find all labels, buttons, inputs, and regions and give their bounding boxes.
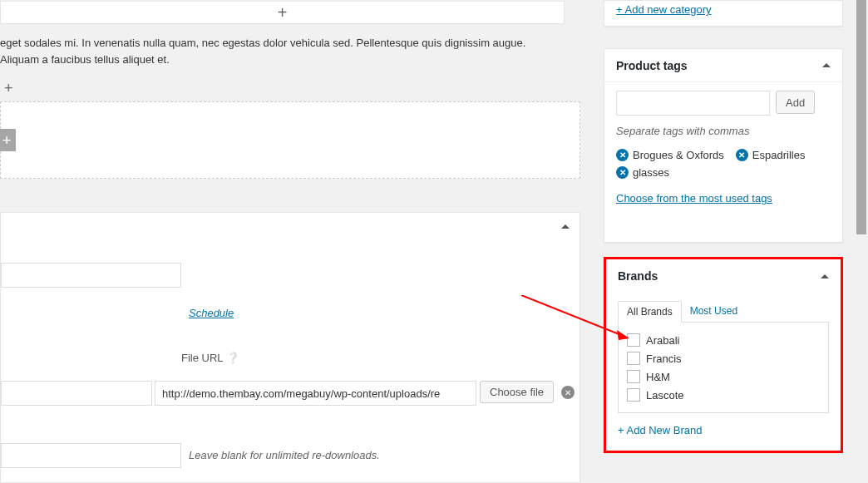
- brand-checkbox[interactable]: [627, 333, 640, 347]
- tags-hint: Separate tags with commas: [616, 125, 831, 137]
- category-panel: + Add new category: [604, 0, 843, 27]
- add-element-button[interactable]: +: [0, 129, 16, 151]
- panel-toggle-icon[interactable]: [561, 224, 570, 229]
- brand-item-label: Lascote: [646, 389, 684, 402]
- file-url-label: File URL ❔: [181, 352, 239, 364]
- tag-chip-label: Brogues & Oxfords: [633, 149, 724, 161]
- brand-item: Francis: [627, 349, 820, 367]
- download-limit-hint: Leave blank for unlimited re-downloads.: [189, 449, 380, 461]
- collapse-icon[interactable]: [821, 274, 829, 278]
- tag-chip: ✕ Espadrilles: [736, 149, 806, 161]
- form-panel: Schedule File URL ❔ Choose file ✕ Leave …: [0, 212, 580, 483]
- product-tags-box: Product tags Add Separate tags with comm…: [604, 48, 843, 243]
- collapse-icon[interactable]: [822, 63, 831, 67]
- schedule-link[interactable]: Schedule: [189, 307, 234, 319]
- choose-most-used-link[interactable]: Choose from the most used tags: [616, 192, 772, 205]
- plus-icon-small[interactable]: +: [4, 80, 13, 97]
- field-1-input[interactable]: [1, 263, 181, 288]
- content-text: eget sodales mi. In venenatis nulla quam…: [0, 35, 565, 68]
- choose-file-button[interactable]: Choose file: [480, 381, 554, 403]
- tag-chip: ✕ Brogues & Oxfords: [616, 149, 724, 161]
- brand-item: Lascote: [627, 386, 820, 404]
- brand-item-label: Arabali: [646, 334, 679, 347]
- file-url-label-text: File URL: [181, 352, 223, 364]
- help-icon[interactable]: ❔: [226, 352, 239, 364]
- brand-item-label: H&M: [646, 371, 670, 383]
- remove-tag-icon[interactable]: ✕: [736, 149, 748, 161]
- brand-checkbox[interactable]: [627, 388, 640, 402]
- tags-input[interactable]: [616, 91, 770, 116]
- brand-item-label: Francis: [646, 352, 682, 365]
- remove-tag-icon[interactable]: ✕: [616, 166, 629, 179]
- tags-title: Product tags: [616, 59, 688, 72]
- add-category-link[interactable]: + Add new category: [616, 3, 712, 16]
- brands-box: Brands All Brands Most Used Arabali Fran…: [604, 257, 843, 453]
- brand-item: H&M: [627, 367, 820, 386]
- brand-list: Arabali Francis H&M Lascote: [618, 323, 829, 413]
- scrollbar-thumb[interactable]: [856, 0, 866, 234]
- tag-chip-label: glasses: [633, 166, 669, 179]
- tab-all-brands[interactable]: All Brands: [618, 301, 682, 323]
- tags-header: Product tags: [604, 49, 842, 82]
- add-block-top[interactable]: +: [0, 1, 565, 24]
- brand-item: Arabali: [627, 331, 820, 349]
- remove-file-icon[interactable]: ✕: [561, 386, 575, 399]
- tag-chip-label: Espadrilles: [752, 149, 806, 161]
- add-tag-button[interactable]: Add: [776, 91, 815, 114]
- brand-tabs: All Brands Most Used: [618, 301, 829, 323]
- brands-title: Brands: [618, 269, 658, 283]
- brand-checkbox[interactable]: [627, 352, 640, 365]
- tag-chip: ✕ glasses: [616, 166, 669, 179]
- download-limit-input[interactable]: [1, 443, 181, 468]
- tag-chips: ✕ Brogues & Oxfords ✕ Espadrilles ✕ glas…: [616, 149, 831, 179]
- plus-icon: +: [278, 4, 288, 21]
- brand-checkbox[interactable]: [627, 370, 640, 383]
- file-url-input[interactable]: [155, 381, 476, 406]
- drop-area[interactable]: [0, 101, 580, 179]
- tab-most-used[interactable]: Most Used: [682, 301, 746, 322]
- brands-header: Brands: [606, 259, 841, 293]
- add-brand-link[interactable]: + Add New Brand: [618, 424, 703, 436]
- remove-tag-icon[interactable]: ✕: [616, 149, 629, 161]
- file-name-input[interactable]: [1, 381, 152, 406]
